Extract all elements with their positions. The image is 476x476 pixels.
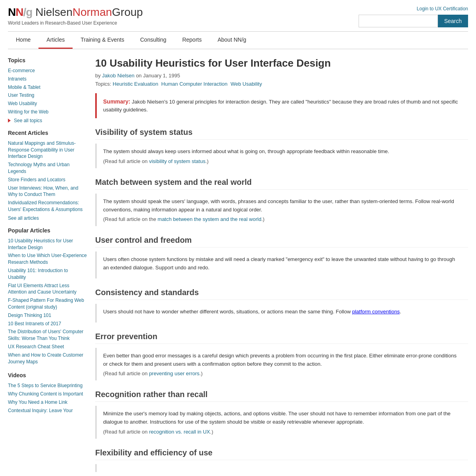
topic-link-heuristic[interactable]: Heuristic Evaluation: [113, 81, 158, 87]
sidebar-video-1[interactable]: The 5 Steps to Service Blueprinting: [8, 382, 87, 390]
heuristic-3: User control and freedom Users often cho…: [95, 236, 468, 278]
heuristic-3-title: User control and freedom: [95, 236, 468, 248]
sidebar-popular-8[interactable]: The Distribution of Users' Computer Skil…: [8, 328, 87, 343]
sidebar-popular-6[interactable]: Design Thinking 101: [8, 311, 87, 320]
sidebar-link-user-testing[interactable]: User Testing: [8, 91, 87, 100]
nav-item-home[interactable]: Home: [8, 32, 38, 49]
platform-conventions-link[interactable]: platform conventions: [352, 309, 400, 315]
sidebar-video-2[interactable]: Why Chunking Content is Important: [8, 390, 87, 398]
topic-link-web-usability[interactable]: Web Usability: [230, 81, 262, 87]
heuristic-4-title: Consistency and standards: [95, 288, 468, 300]
heuristic-6: Recognition rather than recall Minimize …: [95, 390, 468, 439]
sidebar-link-mobile-tablet[interactable]: Mobile & Tablet: [8, 83, 87, 92]
sidebar-link-ecommerce[interactable]: E-commerce: [8, 67, 87, 75]
heuristic-5: Error prevention Even better than good e…: [95, 332, 468, 381]
sidebar-video-3[interactable]: Why You Need a Home Link: [8, 398, 87, 407]
topic-link-hci[interactable]: Human Computer Interaction: [161, 81, 228, 87]
nav-link-reports[interactable]: Reports: [174, 32, 209, 48]
login-link[interactable]: Login to UX Certification: [417, 6, 468, 12]
sidebar-recent-2[interactable]: Technology Myths and Urban Legends: [8, 161, 87, 176]
see-all-topics-label: See all topics: [14, 118, 42, 123]
heuristic-1: Visibility of system status The system s…: [95, 128, 468, 168]
sidebar-video-4[interactable]: Contextual Inquiry: Leave Your: [8, 407, 87, 415]
heuristic-1-read-more: (Read full article on visibility of syst…: [103, 158, 462, 164]
sidebar-popular-3[interactable]: Usability 101: Introduction to Usability: [8, 267, 87, 282]
nav-item-articles[interactable]: Articles: [38, 32, 73, 49]
heuristic-7: Flexibility and efficiency of use: [95, 448, 468, 472]
heuristic-3-body: Users often choose system functions by m…: [95, 251, 468, 278]
heuristic-5-body: Even better than good error messages is …: [95, 348, 468, 381]
sidebar-recent-1[interactable]: Natural Mappings and Stimulus-Response C…: [8, 139, 87, 161]
heuristic-7-title: Flexibility and efficiency of use: [95, 448, 468, 460]
nav-link-articles[interactable]: Articles: [38, 32, 73, 49]
sidebar-popular-5[interactable]: F-Shaped Pattern For Reading Web Content…: [8, 296, 87, 311]
sidebar-popular-10[interactable]: When and How to Create Customer Journey …: [8, 351, 87, 366]
heuristic-1-body: The system should always keep users info…: [95, 144, 468, 168]
sidebar-link-intranets[interactable]: Intranets: [8, 75, 87, 83]
heuristic-7-body: [95, 464, 468, 472]
heuristic-6-body: Minimize the user's memory load by makin…: [95, 406, 468, 439]
heuristic-6-text: Minimize the user's memory load by makin…: [103, 410, 462, 426]
see-all-topics-link[interactable]: See all topics: [8, 118, 87, 123]
search-area: Search: [359, 15, 468, 27]
search-input[interactable]: [359, 15, 438, 27]
sidebar-recent-4[interactable]: User Interviews: How, When, and Why to C…: [8, 184, 87, 199]
heuristic-1-title: Visibility of system status: [95, 128, 468, 140]
summary-text: Jakob Nielsen's 10 general principles fo…: [103, 99, 458, 113]
sidebar-popular-9[interactable]: UX Research Cheat Sheet: [8, 343, 87, 351]
sidebar-recent-5[interactable]: Individualized Recommendations: Users' E…: [8, 199, 87, 214]
sidebar-popular-2[interactable]: When to Use Which User-Experience Resear…: [8, 251, 87, 267]
nav-list: Home Articles Training & Events Consulti…: [8, 32, 468, 49]
nav-link-consulting[interactable]: Consulting: [132, 32, 174, 48]
heuristic-5-text: Even better than good error messages is …: [103, 352, 462, 369]
logo-group: Group: [112, 6, 143, 19]
article-content: 10 Usability Heuristics for User Interfa…: [95, 57, 468, 476]
main-layout: Topics E-commerce Intranets Mobile & Tab…: [0, 49, 476, 476]
see-all-articles-link[interactable]: See all articles: [8, 215, 87, 221]
heuristic-6-read-more: (Read full article on recognition vs. re…: [103, 429, 462, 435]
logo-area: NN/g Nielsen Norman Group World Leaders …: [8, 6, 143, 26]
main-nav: Home Articles Training & Events Consulti…: [8, 31, 468, 49]
heuristic-2-body: The system should speak the users' langu…: [95, 194, 468, 226]
nav-link-about[interactable]: About NN/g: [209, 32, 254, 48]
nav-item-reports[interactable]: Reports: [174, 32, 209, 49]
popular-articles-heading: Popular Articles: [8, 227, 87, 234]
nav-link-training[interactable]: Training & Events: [73, 32, 132, 48]
topics-heading: Topics: [8, 57, 87, 63]
logo-tagline: World Leaders in Research-Based User Exp…: [8, 20, 143, 26]
triangle-icon: [8, 119, 11, 123]
search-button[interactable]: Search: [438, 15, 468, 27]
sidebar-popular-4[interactable]: Flat UI Elements Attract Less Attention …: [8, 282, 87, 297]
sidebar-link-web-usability[interactable]: Web Usability: [8, 100, 87, 108]
logo[interactable]: NN/g Nielsen Norman Group: [8, 6, 143, 19]
heuristic-4-body: Users should not have to wonder whether …: [95, 304, 468, 322]
heuristic-2: Match between system and the real world …: [95, 178, 468, 226]
heuristic-6-title: Recognition rather than recall: [95, 390, 468, 402]
sidebar-popular-7[interactable]: 10 Best Intranets of 2017: [8, 320, 87, 328]
summary-box: Summary: Jakob Nielsen's 10 general prin…: [95, 93, 468, 118]
article-title: 10 Usability Heuristics for User Interfa…: [95, 57, 468, 69]
article-author-link[interactable]: Jakob Nielsen: [102, 73, 134, 79]
heuristic-2-link[interactable]: match between the system and the real wo…: [157, 216, 261, 222]
nav-link-home[interactable]: Home: [8, 32, 38, 48]
heuristic-2-title: Match between system and the real world: [95, 178, 468, 190]
summary-label: Summary:: [103, 98, 130, 105]
see-all-articles-label: See all articles: [8, 215, 39, 221]
logo-nielsen: Nielsen: [35, 6, 72, 19]
heuristic-6-link[interactable]: recognition vs. recall in UX: [149, 429, 210, 435]
sidebar-link-writing[interactable]: Writing for the Web: [8, 108, 87, 116]
sidebar-popular-1[interactable]: 10 Usability Heuristics for User Interfa…: [8, 237, 87, 252]
heuristic-4-text: Users should not have to wonder whether …: [103, 308, 462, 316]
nav-item-about[interactable]: About NN/g: [209, 32, 254, 49]
heuristic-4: Consistency and standards Users should n…: [95, 288, 468, 322]
article-date: on January 1, 1995: [136, 73, 180, 79]
heuristic-5-link[interactable]: preventing user errors: [149, 370, 200, 376]
page-header: NN/g Nielsen Norman Group World Leaders …: [0, 0, 476, 31]
nav-item-training[interactable]: Training & Events: [73, 32, 132, 49]
sidebar-recent-3[interactable]: Store Finders and Locators: [8, 176, 87, 184]
nav-item-consulting[interactable]: Consulting: [132, 32, 174, 49]
sidebar: Topics E-commerce Intranets Mobile & Tab…: [8, 57, 87, 476]
heuristic-1-link[interactable]: visibility of system status: [149, 158, 205, 164]
heuristic-2-read-more: (Read full article on the match between …: [103, 216, 462, 222]
recent-articles-heading: Recent Articles: [8, 130, 87, 136]
